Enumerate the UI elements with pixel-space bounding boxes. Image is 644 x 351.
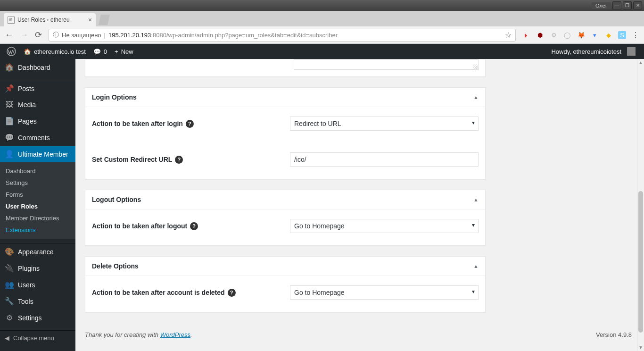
tab-title: User Roles ‹ ethereu [17,17,85,23]
logout-options-header[interactable]: Logout Options ▲ [85,190,485,209]
submenu-extensions[interactable]: Extensions [0,224,75,236]
window-maximize-button[interactable]: ❐ [623,1,632,9]
scrollbar-thumb[interactable] [638,191,643,333]
sidebar-item-settings[interactable]: ⚙Settings [0,309,75,326]
page-icon: 📄 [5,117,14,125]
collapse-toggle-icon[interactable]: ▲ [473,94,479,100]
browser-toolbar: ← → ⟳ ⓘ Не защищено | 195.201.20.193:808… [0,26,644,44]
login-action-label: Action to be taken after login [92,120,183,127]
tab-favicon-icon: 🗎 [8,17,15,24]
media-icon: 🖼 [5,100,14,109]
home-icon: 🏠 [24,48,31,55]
extension-icon[interactable]: ⚙ [550,31,558,39]
redirect-url-input[interactable] [290,152,479,167]
login-action-select[interactable]: Redirect to URL [290,117,479,131]
comments-link[interactable]: 💬 0 [90,44,111,59]
bookmark-star-icon[interactable]: ☆ [505,31,512,40]
extension-icon[interactable]: ◯ [563,31,571,39]
login-options-box: Login Options ▲ Action to be taken after… [85,87,486,179]
os-titlebar: Олег — ❐ ✕ [0,0,644,11]
previous-postbox-partial [85,59,486,77]
extension-icon[interactable]: ▾ [591,31,599,39]
collapse-toggle-icon[interactable]: ▲ [473,263,479,269]
redirect-url-label: Set Custom Redirect URL [92,156,172,163]
back-button[interactable]: ← [5,30,13,40]
delete-action-select[interactable]: Go to Homepage [290,285,479,300]
submenu-dashboard[interactable]: Dashboard [0,165,75,177]
help-icon[interactable]: ? [186,120,194,128]
extension-icon[interactable]: S [618,31,626,39]
collapse-icon: ◀ [5,334,9,342]
url-host: 195.201.20.193 [108,32,151,39]
browser-menu-icon[interactable]: ⋮ [632,31,639,40]
sidebar-item-appearance[interactable]: 🎨Appearance [0,243,75,260]
comment-icon: 💬 [93,48,101,55]
sidebar-item-plugins[interactable]: 🔌Plugins [0,260,75,276]
site-info-icon[interactable]: ⓘ [53,31,59,39]
sliders-icon: ⚙ [5,313,14,322]
logout-action-label: Action to be taken after logout [92,222,187,230]
window-close-button[interactable]: ✕ [633,1,642,9]
browser-tab-strip: 🗎 User Roles ‹ ethereu × [0,11,644,26]
submenu-settings[interactable]: Settings [0,177,75,189]
admin-sidebar: 🏠Dashboard 📌Posts 🖼Media 📄Pages 💬Comment… [0,59,75,351]
logout-action-select[interactable]: Go to Homepage [290,219,479,233]
vertical-scrollbar[interactable]: ▲ ▼ [637,59,644,351]
submenu-user-roles[interactable]: User Roles [0,201,75,212]
browser-tab[interactable]: 🗎 User Roles ‹ ethereu × [4,13,96,26]
sidebar-submenu: Dashboard Settings Forms User Roles Memb… [0,162,75,239]
extensions-area: ⏵ ⬢ ⚙ ◯ 🦊 ▾ ◆ S ⋮ [522,31,639,40]
main-content: Login Options ▲ Action to be taken after… [75,59,644,351]
delete-options-box: Delete Options ▲ Action to be taken afte… [85,256,486,312]
person-icon: 👤 [5,150,14,159]
admin-footer: Thank you for creating with WordPress. V… [85,323,632,347]
scroll-up-icon[interactable]: ▲ [637,59,644,66]
pin-icon: 📌 [5,84,14,93]
tab-close-icon[interactable]: × [88,16,92,24]
sidebar-item-tools[interactable]: 🔧Tools [0,293,75,309]
plus-icon: + [115,48,118,55]
submenu-member-directories[interactable]: Member Directories [0,212,75,224]
new-tab-button[interactable] [99,15,110,25]
address-bar[interactable]: ⓘ Не защищено | 195.201.20.193:8080/wp-a… [49,29,516,42]
collapse-toggle-icon[interactable]: ▲ [473,197,479,202]
sidebar-item-posts[interactable]: 📌Posts [0,80,75,97]
metamask-icon[interactable]: 🦊 [577,31,585,39]
wordpress-link[interactable]: WordPress [160,331,190,338]
sidebar-item-comments[interactable]: 💬Comments [0,129,75,146]
dashboard-icon: 🏠 [5,63,14,72]
avatar [627,47,636,56]
extension-icon[interactable]: ◆ [604,31,612,39]
site-name-link[interactable]: 🏠 ethereumico.io test [20,44,90,59]
wp-admin-bar: 🏠 ethereumico.io test 💬 0 + New Howdy, e… [0,44,644,59]
delete-action-label: Action to be taken after account is dele… [92,289,225,296]
scroll-down-icon[interactable]: ▼ [637,344,644,351]
forward-button[interactable]: → [20,30,28,40]
custom-message-textarea[interactable] [294,59,479,70]
window-minimize-button[interactable]: — [612,1,621,9]
delete-options-header[interactable]: Delete Options ▲ [85,257,485,276]
url-path: :8080/wp-admin/admin.php?page=um_roles&t… [151,32,338,39]
security-label: Не защищено [62,32,101,39]
new-content-link[interactable]: + New [111,44,137,59]
sidebar-item-media[interactable]: 🖼Media [0,97,75,113]
help-icon[interactable]: ? [228,289,236,297]
help-icon[interactable]: ? [190,222,198,230]
logout-options-box: Logout Options ▲ Action to be taken afte… [85,190,486,246]
extension-icon[interactable]: ⏵ [522,31,530,39]
collapse-menu-button[interactable]: ◀Collapse menu [0,331,75,345]
sidebar-item-users[interactable]: 👥Users [0,276,75,293]
users-icon: 👥 [5,280,14,289]
sidebar-item-dashboard[interactable]: 🏠Dashboard [0,59,75,75]
help-icon[interactable]: ? [175,156,183,164]
comment-icon: 💬 [5,133,14,142]
wp-logo-icon[interactable] [3,44,20,59]
sidebar-item-pages[interactable]: 📄Pages [0,113,75,129]
plugin-icon: 🔌 [5,264,14,273]
submenu-forms[interactable]: Forms [0,189,75,201]
sidebar-item-ultimate-member[interactable]: 👤Ultimate Member [0,146,75,162]
reload-button[interactable]: ⟳ [35,30,42,40]
login-options-header[interactable]: Login Options ▲ [85,88,485,107]
user-account-link[interactable]: Howdy, ethereumicoiotest [547,47,639,56]
ublock-icon[interactable]: ⬢ [536,31,544,39]
